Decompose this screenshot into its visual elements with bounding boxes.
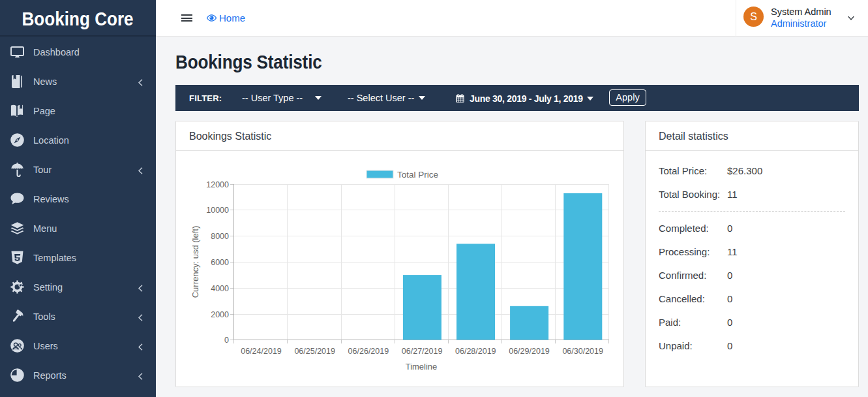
svg-text:06/29/2019: 06/29/2019 [509,347,550,356]
svg-text:10000: 10000 [206,206,229,215]
svg-text:6000: 6000 [211,258,229,267]
svg-text:2000: 2000 [211,310,229,319]
svg-text:06/27/2019: 06/27/2019 [402,347,443,356]
svg-text:4000: 4000 [211,284,229,293]
svg-text:8000: 8000 [211,232,229,241]
svg-text:Currency: usd (left): Currency: usd (left) [190,226,200,298]
svg-text:06/28/2019: 06/28/2019 [455,347,496,356]
svg-text:06/24/2019: 06/24/2019 [241,347,282,356]
svg-text:Timeline: Timeline [406,362,438,372]
svg-text:0: 0 [224,336,229,345]
svg-text:06/26/2019: 06/26/2019 [348,347,389,356]
svg-text:Total Price: Total Price [397,170,438,180]
svg-text:06/30/2019: 06/30/2019 [562,347,603,356]
svg-text:06/25/2019: 06/25/2019 [294,347,335,356]
svg-text:12000: 12000 [206,180,229,189]
